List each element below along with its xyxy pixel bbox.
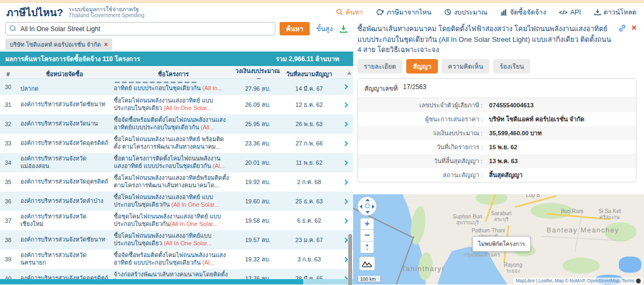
zoom-out-button[interactable]: − [360,230,374,242]
nav-item-label: งบประมาณ [454,7,487,18]
agency-cell: องค์การบริหารส่วนจังหวัดลำปาง [16,196,113,206]
nav-item-label: จัดซื้อจัดจ้าง [510,7,546,18]
contract-field-row: วงเงินงบประมาณ :35,599,460.00 บาท [358,126,636,140]
nav-item-budget[interactable]: งบประมาณ [444,7,487,18]
table-row[interactable]: 34 องค์การบริหารส่วนจังหวัดแม่ฮ่องสอน ซื… [0,153,353,172]
row-open-button[interactable] [337,219,353,223]
site-logo[interactable]: ภาษีไปไหน? [6,4,63,20]
nav-item-search[interactable]: ค้นหา [336,7,363,18]
nav-item-procurement[interactable]: จัดซื้อจัดจ้าง [500,7,546,18]
date-cell: 2 ก.ค. 68 [281,177,337,187]
contract-number-value: 17/2563 [403,83,426,93]
amount-cell: 19.92 ลบ. [234,177,281,187]
bar-chart-icon [500,9,507,16]
date-cell: 11 พ.ย. 62 [281,158,337,167]
chevron-right-icon [342,218,348,223]
horizontal-scrollbar[interactable] [0,279,353,284]
download-results-icon[interactable] [339,25,348,33]
agency-cell: องค์การบริหารส่วนจังหวัดนครนายก [16,251,113,268]
filter-tag-label: บริษัท โซดิแอคท์ คอร์ปอเรชั่น จำกัด [10,40,101,49]
table-row[interactable]: 36 องค์การบริหารส่วนจังหวัดลำปาง ซื้อโคม… [0,192,353,211]
row-open-button[interactable] [337,200,353,203]
row-open-button[interactable] [337,79,353,89]
col-project: ชื่อโครงการ [113,69,234,79]
row-open-button[interactable] [337,142,353,145]
tilt-button[interactable]: ▲▾ [360,242,374,253]
table-row[interactable]: 40 องค์การบริหารส่วนจังหวัดอุตรดิตถ์ จ้า… [0,269,353,279]
date-cell: 14 มี.ค. 67 [281,79,337,93]
filter-remove-icon[interactable]: × [104,41,108,48]
close-panel-icon[interactable]: × [632,24,636,32]
zoom-in-button[interactable]: + [360,218,374,230]
search-icon [336,9,343,16]
search-input[interactable] [5,22,275,35]
main-nav: ค้นหาภาษีมาจากไหนงบประมาณจัดซื้อจัดจ้าง<… [336,7,636,18]
nav-item-download[interactable]: ดาวน์โหลด [594,7,636,18]
chevron-right-icon [342,199,348,204]
date-cell: 12 ธ.ค. 62 [281,100,337,109]
field-value: สิ้นสุดสัญญา [486,170,636,180]
agency-cell: องค์การบริหารส่วนจังหวัดเชียงใหม่ [16,212,113,229]
table-row[interactable]: 30 ปลากด อาทิตย์ แบบประกอบในชุดเดียวกัน … [0,79,353,95]
field-label: เลขประจำตัวผู้เสียภาษี : [358,100,486,110]
main-content: ค้นหา ขั้นสูง บริษัท โซดิแอคท์ คอร์ปอเรช… [0,20,644,284]
row-open-button[interactable] [337,180,353,184]
agency-cell: องค์การบริหารส่วนจังหวัดน่าน [16,119,113,129]
terrain-layer-button[interactable] [359,257,375,271]
row-number: 39 [0,256,16,262]
nav-item-tax-source[interactable]: ภาษีมาจากไหน [376,7,431,18]
table-row[interactable]: 35 องค์การบริหารส่วนจังหวัดอุตรดิตถ์ ซื้… [0,172,353,192]
row-number: 35 [0,179,16,185]
map-label: Suphan Buriสุพรรณบุรี [452,214,482,225]
contract-fields: เลขประจำตัวผู้เสียภาษี :0745554004613ผู้… [358,98,636,182]
share-link-icon[interactable] [618,24,626,32]
map-label: Si Sa Ketศรีสะเกษ [598,208,621,220]
table-row[interactable]: 37 องค์การบริหารส่วนจังหวัดเชียงใหม่ ซื้… [0,211,353,230]
amount-cell: 19.58 ลบ. [234,216,281,225]
download-icon [594,9,601,16]
vertical-scrollbar-thumb[interactable] [348,234,352,285]
compass-pan-control[interactable] [357,196,377,216]
scroll-up-arrow[interactable] [347,71,352,75]
map-label: Lop B [526,194,540,199]
project-detail-panel: × ซื้อพัฒนาเส้นทางคมนาคม โดยติดตั้งไฟฟ้า… [353,20,644,284]
project-cell: ซื้อจัดซื้อพร้อมติดตั้งโคมไฟถนนพลังงานแส… [113,115,234,133]
field-label: สถานะสัญญา : [358,170,486,180]
horizontal-scrollbar-thumb[interactable] [0,279,303,284]
advanced-search-link[interactable]: ขั้นสูง [314,24,335,34]
table-row[interactable]: 31 องค์การบริหารส่วนจังหวัดชัยนาท ซื้อโค… [0,95,353,114]
row-number: 38 [0,237,16,243]
tab-ร้องเรียน[interactable]: ร้องเรียน [493,59,530,74]
row-number: 36 [0,198,16,204]
map-attribution[interactable]: MapLibre | Leaflet, Map © NuMAP, OpenStr… [514,277,643,284]
code-icon: </> [559,9,568,16]
table-row[interactable]: 38 องค์การบริหารส่วนจังหวัดชัยนาท ซื้อโค… [0,230,353,250]
map[interactable]: Lop BBuri RamSi Sa KetศรีสะเกษSuphan Bur… [353,194,644,284]
project-cell: ซื้อโคมไฟถนนพลังงานแสงอาทิตย์แบบประกอบใน… [113,231,234,249]
search-toolbar: ค้นหา ขั้นสูง [5,22,348,35]
info-circle-icon [636,279,641,283]
field-value: 13 พ.ค. 63 [486,156,636,166]
search-button[interactable]: ค้นหา [280,22,310,35]
project-cell: ซื้อโคมไฟถนนพลังงานแสงอาทิตย์ แบบประกอบใ… [113,96,234,113]
field-value: บริษัท โซดิแอคท์ คอร์ปอเรชั่น จำกัด [486,114,636,124]
field-label: วันที่สิ้นสุดสัญญา : [358,156,486,166]
table-row[interactable]: 33 องค์การบริหารส่วนจังหวัดอุตรดิตถ์ ซื้… [0,134,353,153]
row-open-button[interactable] [337,122,353,126]
filter-tag[interactable]: บริษัท โซดิแอคท์ คอร์ปอเรชั่น จำกัด × [5,39,112,50]
tab-รายละเอียด[interactable]: รายละเอียด [357,59,402,74]
row-number: 40 [0,275,16,279]
nav-item-api[interactable]: </>API [559,9,581,16]
tab-ความคิดเห็น[interactable]: ความคิดเห็น [442,59,489,74]
table-row[interactable]: 32 องค์การบริหารส่วนจังหวัดน่าน ซื้อจัดซ… [0,114,353,134]
agency-cell: ปลากด [16,79,113,94]
table-row[interactable]: 39 องค์การบริหารส่วนจังหวัดนครนายก ซื้อจ… [0,250,353,269]
project-cell: ซื้อโคมไฟถนนพลังงานแสงอาทิตย์ พร้อมติดตั… [113,135,234,152]
map-scale: 100 km [357,276,381,282]
row-open-button[interactable] [337,103,353,107]
tab-สัญญา[interactable]: สัญญา [406,59,438,74]
date-cell: 6 ธ.ค. 62 [281,216,337,225]
amount-cell: 17.76 ลบ. [234,274,281,279]
date-cell: 25 ธ.ค. 63 [281,196,337,206]
row-open-button[interactable] [337,161,353,165]
